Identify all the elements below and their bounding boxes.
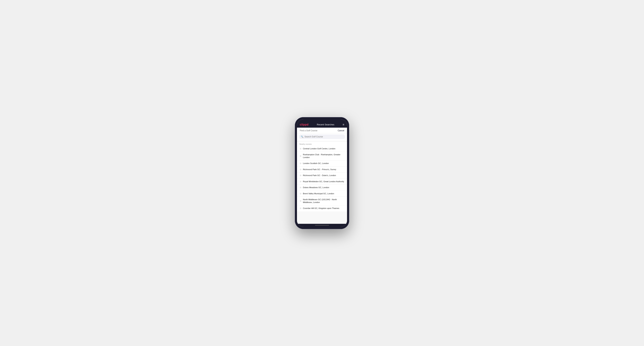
- course-name: Royal Wimbledon GC, Great London Authori…: [303, 180, 344, 183]
- phone-notch: [315, 119, 329, 121]
- search-icon: 🔍: [301, 136, 304, 138]
- course-name: Richmond Park GC - Duke's, London: [303, 174, 336, 177]
- pin-icon: ⊙: [300, 192, 302, 195]
- content-area: Find a Golf Course Cancel 🔍 Nearby cours…: [297, 128, 347, 224]
- course-name: Coombe Hill GC, Kingston upon Thames: [303, 207, 339, 210]
- pin-icon: ⊙: [300, 186, 302, 189]
- search-input[interactable]: [304, 136, 343, 138]
- search-bar: 🔍: [299, 135, 345, 139]
- list-item[interactable]: ⊙Roehampton Club - Roehampton, Greater L…: [297, 152, 347, 161]
- home-indicator: [297, 224, 347, 227]
- list-item[interactable]: ⊙Brent Valley Municipal GC, London: [297, 191, 347, 197]
- app-logo: clippd: [300, 123, 308, 126]
- list-item[interactable]: ⊙Central London Golf Centre, London: [297, 146, 347, 152]
- list-item[interactable]: ⊙North Middlesex GC (1011942 - North Mid…: [297, 197, 347, 205]
- list-item[interactable]: ⊙Richmond Park GC - Prince's, Surrey: [297, 167, 347, 173]
- pin-icon: ⊙: [300, 162, 302, 165]
- course-name: North Middlesex GC (1011942 - North Midd…: [303, 198, 344, 204]
- phone-screen: clippd Recent Searches ≡ Find a Golf Cou…: [297, 119, 347, 227]
- pin-icon: ⊙: [300, 207, 302, 209]
- course-name: Dukes Meadows GC, London: [303, 186, 329, 189]
- course-name: London Scottish GC, London: [303, 162, 329, 165]
- list-item[interactable]: ⊙London Scottish GC, London: [297, 161, 347, 167]
- pin-icon: ⊙: [300, 155, 302, 157]
- nav-title: Recent Searches: [317, 123, 334, 126]
- course-name: Brent Valley Municipal GC, London: [303, 192, 334, 195]
- course-name: Richmond Park GC - Prince's, Surrey: [303, 168, 336, 171]
- pin-icon: ⊙: [300, 168, 302, 171]
- nearby-label: Nearby courses: [297, 142, 347, 146]
- pin-icon: ⊙: [300, 200, 302, 202]
- list-item[interactable]: ⊙Richmond Park GC - Duke's, London: [297, 173, 347, 179]
- list-item[interactable]: ⊙Dukes Meadows GC, London: [297, 185, 347, 191]
- nav-bar: clippd Recent Searches ≡: [297, 122, 347, 128]
- search-bar-wrap: 🔍: [297, 133, 347, 141]
- course-list: ⊙Central London Golf Centre, London⊙Roeh…: [297, 146, 347, 211]
- cancel-button[interactable]: Cancel: [338, 129, 344, 132]
- pin-icon: ⊙: [300, 148, 302, 150]
- find-header: Find a Golf Course Cancel: [297, 128, 347, 133]
- list-item[interactable]: ⊙Coombe Hill GC, Kingston upon Thames: [297, 205, 347, 211]
- find-label: Find a Golf Course: [300, 129, 318, 132]
- pin-icon: ⊙: [300, 180, 302, 183]
- list-item[interactable]: ⊙Royal Wimbledon GC, Great London Author…: [297, 179, 347, 185]
- pin-icon: ⊙: [300, 174, 302, 176]
- phone-frame: clippd Recent Searches ≡ Find a Golf Cou…: [295, 117, 349, 229]
- course-name: Central London Golf Centre, London: [303, 147, 335, 150]
- course-name: Roehampton Club - Roehampton, Greater Lo…: [303, 153, 344, 159]
- menu-icon[interactable]: ≡: [343, 123, 344, 126]
- nearby-section: Nearby courses ⊙Central London Golf Cent…: [297, 142, 347, 211]
- home-bar: [315, 225, 329, 225]
